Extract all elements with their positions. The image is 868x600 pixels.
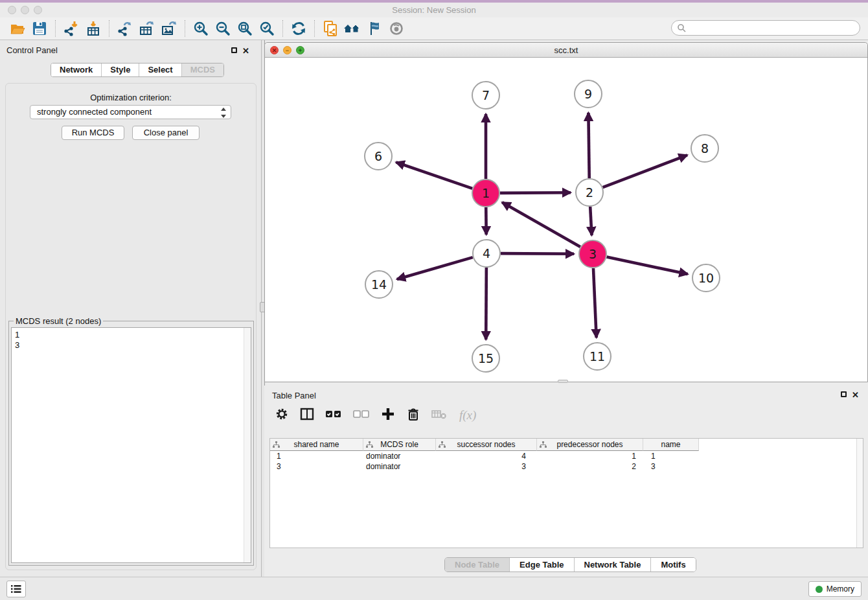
network-window-titlebar[interactable]: ✕ − + scc.txt (265, 43, 867, 58)
table-cell[interactable]: 1 (643, 451, 699, 461)
column-header-predecessor-nodes[interactable]: predecessor nodes (537, 439, 643, 451)
import-network-button[interactable] (60, 19, 82, 38)
table-cell[interactable]: 1 (270, 451, 363, 461)
network-canvas[interactable]: 7968124314101511 (265, 58, 867, 382)
graph-edge[interactable] (603, 155, 687, 187)
table-row[interactable]: 3dominator323 (270, 461, 863, 472)
graph-edge[interactable] (590, 207, 591, 235)
table-cell[interactable]: 3 (270, 461, 363, 472)
graph-node[interactable]: 15 (472, 345, 499, 372)
delete-table-button[interactable] (431, 407, 448, 424)
table-scrollbar[interactable] (856, 439, 863, 548)
export-image-button[interactable] (158, 19, 180, 38)
open-session-button[interactable] (6, 19, 29, 38)
refresh-icon (290, 20, 307, 37)
tab-motifs[interactable]: Motifs (650, 558, 695, 571)
window-zoom-button[interactable] (34, 6, 42, 14)
graph-edge[interactable] (607, 257, 688, 274)
graph-edge[interactable] (397, 257, 473, 279)
float-table-panel-icon[interactable] (841, 391, 847, 397)
graph-edge[interactable] (588, 113, 589, 178)
network-maximize-button[interactable]: + (296, 46, 304, 54)
add-row-button[interactable] (381, 407, 395, 424)
graph-node[interactable]: 8 (691, 135, 718, 162)
window-close-button[interactable] (8, 6, 16, 14)
column-header-shared-name[interactable]: shared name (270, 439, 363, 451)
tab-network[interactable]: Network (51, 63, 101, 76)
close-panel-button[interactable]: Close panel (132, 126, 200, 140)
table-cell[interactable]: 3 (436, 461, 537, 472)
column-header-mcds-role[interactable]: MCDS role (363, 439, 436, 451)
graph-edge[interactable] (500, 192, 571, 193)
zoom-fit-button[interactable] (234, 19, 256, 38)
tab-style[interactable]: Style (101, 63, 139, 76)
graph-edge[interactable] (396, 162, 472, 188)
deselect-all-button[interactable] (353, 407, 370, 424)
export-network-icon (117, 20, 133, 37)
tab-edge-table[interactable]: Edge Table (509, 558, 573, 571)
network-close-button[interactable]: ✕ (270, 46, 279, 54)
graph-edge[interactable] (593, 268, 597, 338)
graph-node[interactable]: 9 (575, 80, 602, 108)
tab-network-table[interactable]: Network Table (574, 558, 651, 571)
zoom-selected-button[interactable] (256, 19, 278, 38)
refresh-view-button[interactable] (288, 19, 310, 38)
table-columns-button[interactable] (300, 407, 314, 424)
save-session-button[interactable] (29, 19, 51, 38)
graph-node[interactable]: 6 (365, 143, 392, 170)
zoom-in-button[interactable] (190, 19, 212, 38)
table-cell[interactable]: 1 (537, 451, 643, 461)
search-field[interactable] (671, 20, 860, 36)
column-header-successor-nodes[interactable]: successor nodes (436, 439, 537, 451)
tab-mcds[interactable]: MCDS (181, 63, 223, 76)
tab-select[interactable]: Select (139, 63, 181, 76)
select-all-button[interactable] (325, 407, 342, 424)
mcds-result-groupbox: MCDS result (2 nodes) 1 3 (8, 321, 254, 566)
tab-node-table[interactable]: Node Table (445, 558, 509, 571)
table-cell[interactable]: 2 (537, 461, 643, 472)
result-scrollbar[interactable] (244, 328, 251, 562)
export-network-button[interactable] (114, 19, 136, 38)
close-panel-icon[interactable]: ✕ (242, 47, 249, 54)
mcds-result-textarea[interactable]: 1 3 (11, 327, 251, 563)
graph-node[interactable]: 11 (584, 343, 611, 370)
graph-node[interactable]: 3 (579, 240, 606, 268)
graph-edge[interactable] (501, 253, 574, 254)
svg-text:8: 8 (701, 141, 709, 156)
graph-node[interactable]: 1 (472, 179, 499, 207)
float-panel-icon[interactable] (231, 47, 237, 53)
export-table-button[interactable] (136, 19, 158, 38)
graph-node[interactable]: 7 (472, 82, 499, 109)
optimization-criterion-select[interactable]: strongly connected component (30, 105, 231, 119)
table-row[interactable]: 1dominator411 (270, 451, 863, 461)
import-table-button[interactable] (82, 19, 104, 38)
task-history-button[interactable] (6, 581, 26, 597)
table-cell[interactable]: dominator (363, 461, 436, 472)
table-cell[interactable]: 3 (643, 461, 699, 472)
zoom-out-button[interactable] (212, 19, 234, 38)
table-cell[interactable]: 4 (436, 451, 537, 461)
close-table-panel-icon[interactable]: ✕ (852, 391, 859, 398)
table-header-row: shared name MCDS role successor nodes pr… (270, 439, 863, 451)
network-resize-grip[interactable] (558, 380, 568, 383)
delete-row-button[interactable] (406, 407, 420, 424)
graph-node[interactable]: 2 (576, 179, 603, 206)
apply-function-button[interactable]: f(x) (459, 408, 476, 422)
graph-edge[interactable] (486, 268, 486, 340)
table-cell[interactable]: dominator (363, 451, 436, 461)
graph-edge[interactable] (502, 202, 580, 247)
first-neighbors-button[interactable] (341, 19, 363, 38)
table-settings-button[interactable] (275, 407, 289, 424)
clone-network-button[interactable] (319, 19, 341, 38)
graph-node[interactable]: 4 (473, 240, 500, 267)
search-input[interactable] (686, 21, 860, 34)
column-header-name[interactable]: name (643, 439, 699, 451)
memory-button[interactable]: Memory (808, 581, 862, 597)
graph-node[interactable]: 10 (692, 264, 720, 292)
run-mcds-button[interactable]: Run MCDS (62, 126, 124, 140)
network-minimize-button[interactable]: − (283, 46, 291, 54)
apply-style-button[interactable] (363, 19, 385, 38)
graph-node[interactable]: 14 (365, 271, 393, 298)
show-hide-button[interactable] (385, 19, 407, 38)
window-minimize-button[interactable] (21, 6, 29, 14)
